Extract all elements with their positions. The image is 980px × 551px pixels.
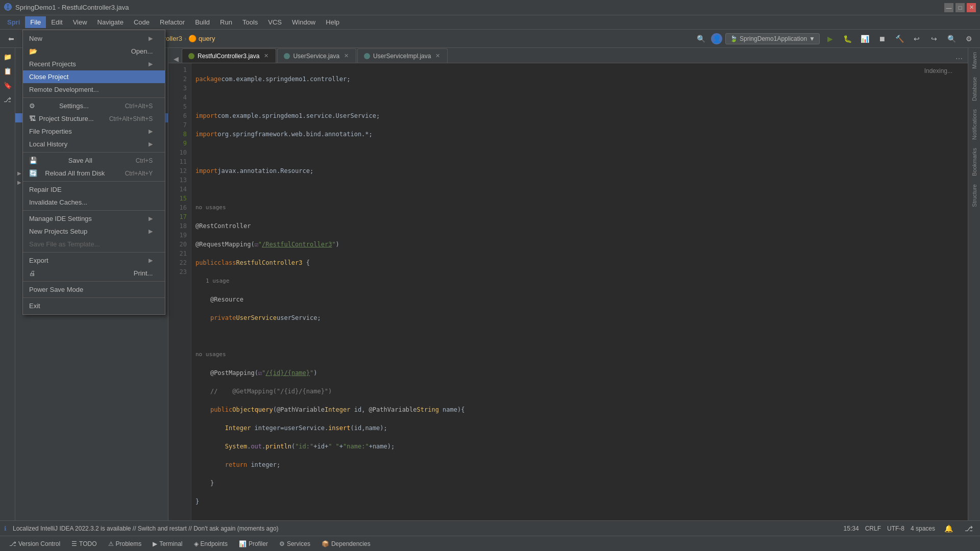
bottom-tab-version-control[interactable]: ⎇ Version Control — [4, 538, 65, 549]
menu-run[interactable]: Run — [215, 16, 237, 28]
close-button[interactable]: ✕ — [967, 3, 976, 12]
ln-10: 10 — [168, 148, 187, 157]
back-button[interactable]: ⬅ — [4, 32, 18, 46]
menu-item-export[interactable]: Export ▶ — [23, 254, 165, 267]
menu-item-new[interactable]: New ▶ — [23, 32, 165, 45]
run-button[interactable]: ▶ — [823, 32, 837, 46]
bottom-tab-problems[interactable]: ⚠ Problems — [103, 538, 147, 549]
menu-item-new-projects-setup-label: New Projects Setup — [29, 228, 87, 235]
redo-button[interactable]: ↪ — [927, 32, 941, 46]
menu-item-reload[interactable]: 🔄 Reload All from Disk Ctrl+Alt+Y — [23, 167, 165, 180]
settings-button[interactable]: ⚙ — [962, 32, 976, 46]
menu-item-new-projects-setup[interactable]: New Projects Setup ▶ — [23, 225, 165, 238]
code-content: 1 2 3 4 5 6 7 8 9 10 11 12 13 14 15 16 1… — [168, 63, 968, 520]
ln-15: 15 — [168, 194, 187, 203]
project-view-button[interactable]: 📁 — [1, 50, 14, 63]
title-bar-left: 🅘 SpringDemo1 - RestfulController3.java — [4, 3, 129, 12]
menu-app[interactable]: Spri — [2, 16, 25, 28]
bottom-tab-profiler[interactable]: 📊 Profiler — [234, 538, 273, 549]
menu-item-remote-dev[interactable]: Remote Development... — [23, 83, 165, 96]
menu-item-exit-label: Exit — [29, 302, 40, 310]
tab-more-button[interactable]: ⋯ — [952, 55, 966, 63]
find-button[interactable]: 🔍 — [944, 32, 959, 46]
bottom-tab-dependencies[interactable]: 📦 Dependencies — [316, 538, 376, 549]
menu-item-local-history[interactable]: Local History ▶ — [23, 138, 165, 151]
menu-window[interactable]: Window — [287, 16, 321, 28]
menu-item-manage-ide[interactable]: Manage IDE Settings ▶ — [23, 212, 165, 225]
indent[interactable]: 4 spaces — [911, 525, 935, 532]
menu-item-open[interactable]: 📂 Open... — [23, 45, 165, 58]
encoding[interactable]: UTF-8 — [887, 525, 904, 532]
git-status-button[interactable]: ⎇ — [962, 521, 976, 536]
code-body[interactable]: package com.example.springdemo1.controll… — [191, 63, 968, 520]
terminal-icon: ▶ — [153, 540, 157, 547]
build-button[interactable]: 🔨 — [892, 32, 906, 46]
undo-button[interactable]: ↩ — [910, 32, 924, 46]
search-everywhere-button[interactable]: 🔍 — [694, 32, 708, 46]
collapse-tree-button[interactable]: ◀ — [170, 55, 182, 63]
maximize-button[interactable]: □ — [955, 3, 965, 12]
menu-view[interactable]: View — [68, 16, 92, 28]
profile-button[interactable]: 👤 — [711, 33, 722, 44]
title-bar-title: SpringDemo1 - RestfulController3.java — [15, 4, 129, 11]
structure-button[interactable]: 📋 — [1, 64, 14, 78]
menu-file[interactable]: File — [25, 16, 46, 28]
notifications-button[interactable]: 🔔 — [941, 521, 955, 536]
run-config-selector[interactable]: 🍃 SpringDemo1Application ▼ — [725, 33, 820, 44]
menu-help[interactable]: Help — [321, 16, 345, 28]
notifications-sidebar-label[interactable]: Notifications — [971, 105, 977, 144]
bottom-tab-todo[interactable]: ☰ TODO — [66, 538, 102, 549]
interface-tab-icon — [284, 53, 290, 59]
menu-tools[interactable]: Tools — [237, 16, 263, 28]
stop-button[interactable]: ⏹ — [875, 32, 889, 46]
breadcrumb-method[interactable]: 🟠 query — [188, 35, 215, 42]
menu-edit[interactable]: Edit — [46, 16, 67, 28]
menu-build[interactable]: Build — [190, 16, 215, 28]
maven-sidebar-label[interactable]: Maven — [971, 48, 977, 73]
menu-vcs[interactable]: VCS — [263, 16, 287, 28]
menu-item-settings[interactable]: ⚙ Settings... Ctrl+Alt+S — [23, 99, 165, 112]
menu-item-print[interactable]: 🖨 Print... — [23, 267, 165, 280]
menu-item-open-label: Open... — [131, 47, 153, 55]
tab-restful-controller[interactable]: RestfulController3.java ✕ — [182, 48, 276, 63]
menu-item-recent-projects[interactable]: Recent Projects ▶ — [23, 58, 165, 70]
project-structure-icon: 🏗 — [29, 115, 36, 122]
scratches-arrow-icon: ▶ — [17, 180, 21, 185]
line-separator[interactable]: CRLF — [865, 525, 881, 532]
code-line-18: Integer integer=userService.insert(id,na… — [195, 423, 964, 433]
bottom-tab-services[interactable]: ⚙ Services — [274, 538, 315, 549]
menu-item-power-save[interactable]: Power Save Mode — [23, 283, 165, 296]
menu-item-invalidate-caches[interactable]: Invalidate Caches... — [23, 196, 165, 209]
menu-navigate[interactable]: Navigate — [92, 16, 129, 28]
bookmarks-button[interactable]: 🔖 — [1, 79, 14, 92]
tab-close-restful[interactable]: ✕ — [262, 53, 270, 60]
minimize-button[interactable]: — — [944, 3, 953, 12]
title-bar: 🅘 SpringDemo1 - RestfulController3.java … — [0, 0, 980, 15]
structure-sidebar-label[interactable]: Structure — [971, 180, 977, 211]
menu-item-exit[interactable]: Exit — [23, 299, 165, 312]
menu-item-export-label: Export — [29, 257, 48, 264]
app-icon: 🅘 — [4, 3, 12, 12]
menu-item-repair-ide[interactable]: Repair IDE — [23, 183, 165, 196]
ln-3: 3 — [168, 84, 187, 93]
git-button[interactable]: ⎇ — [1, 93, 14, 106]
menu-item-save-template[interactable]: Save File as Template... — [23, 238, 165, 251]
tab-close-user-service[interactable]: ✕ — [342, 53, 350, 60]
menu-item-save-all[interactable]: 💾 Save All Ctrl+S — [23, 154, 165, 167]
tab-close-impl[interactable]: ✕ — [434, 53, 441, 60]
menu-code[interactable]: Code — [129, 16, 155, 28]
bottom-tab-endpoints[interactable]: ◈ Endpoints — [189, 538, 233, 549]
menu-item-print-label: Print... — [134, 269, 153, 277]
tab-user-service-impl[interactable]: UserServiceImpl.java ✕ — [357, 48, 448, 63]
database-sidebar-label[interactable]: Database — [971, 73, 977, 105]
debug-button[interactable]: 🐛 — [840, 32, 854, 46]
cursor-position[interactable]: 15:34 — [844, 525, 859, 532]
menu-item-close-project[interactable]: Close Project — [23, 70, 165, 83]
tab-user-service[interactable]: UserService.java ✕ — [277, 48, 356, 63]
bottom-tab-terminal[interactable]: ▶ Terminal — [148, 538, 187, 549]
bookmarks-sidebar-label[interactable]: Bookmarks — [971, 144, 977, 180]
menu-refactor[interactable]: Refactor — [155, 16, 190, 28]
menu-item-file-properties[interactable]: File Properties ▶ — [23, 125, 165, 138]
run-with-coverage-button[interactable]: 📊 — [857, 32, 872, 46]
menu-item-project-structure[interactable]: 🏗 Project Structure... Ctrl+Alt+Shift+S — [23, 112, 165, 125]
